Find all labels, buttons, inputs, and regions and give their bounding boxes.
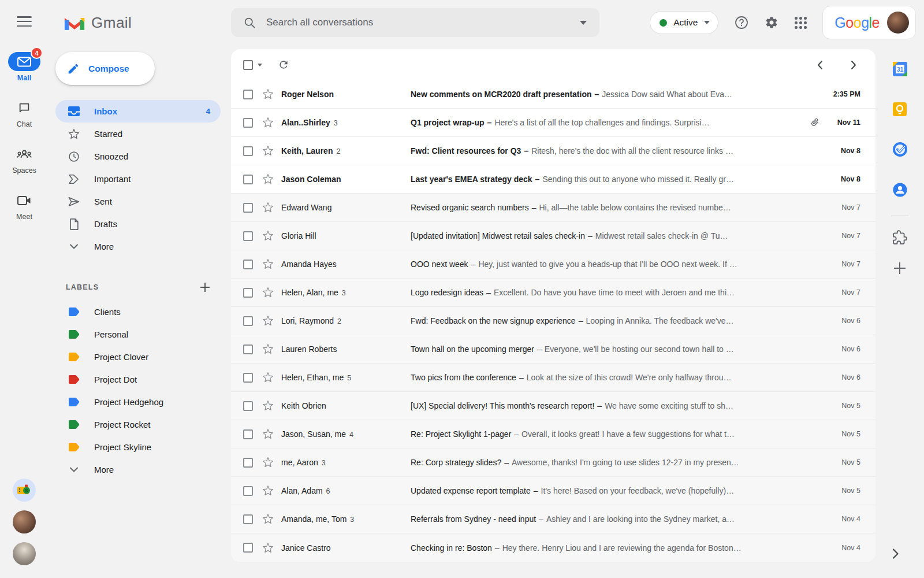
select-options-chevron-icon[interactable] (258, 64, 262, 66)
row-checkbox[interactable] (243, 514, 253, 524)
mail-row[interactable]: Amanda, me, Tom3 Referrals from Sydney -… (231, 505, 875, 533)
row-star-icon[interactable] (262, 173, 274, 185)
contact-avatar-man[interactable] (13, 542, 36, 565)
mail-row[interactable]: Keith Obrien [UX] Special delivery! This… (231, 392, 875, 420)
sidebar-item-important[interactable]: Important (55, 168, 221, 190)
mail-row[interactable]: Gloria Hill [Updated invitation] Midwest… (231, 222, 875, 250)
rail-item-mail[interactable]: 4 Mail (8, 52, 40, 82)
row-checkbox[interactable] (243, 288, 253, 298)
add-side-app-plus-icon[interactable] (893, 261, 907, 275)
row-star-icon[interactable] (262, 542, 274, 554)
newer-page-chevron-icon[interactable] (815, 60, 825, 70)
row-checkbox[interactable] (243, 373, 253, 383)
sidebar-item-inbox[interactable]: Inbox 4 (55, 100, 221, 123)
row-checkbox[interactable] (243, 175, 253, 184)
row-checkbox[interactable] (243, 118, 253, 128)
google-account-widget[interactable]: Google (822, 6, 916, 39)
mail-row[interactable]: Lori, Raymond2 Fwd: Feedback on the new … (231, 307, 875, 335)
main-menu-icon[interactable] (17, 16, 32, 27)
row-checkbox[interactable] (243, 458, 253, 468)
search-options-chevron-icon[interactable] (580, 21, 587, 25)
mail-row[interactable]: Jason, Susan, me4 Re: Project Skylight 1… (231, 420, 875, 449)
row-checkbox[interactable] (243, 429, 253, 439)
contact-avatar-woman[interactable] (13, 510, 36, 533)
row-star-icon[interactable] (262, 372, 274, 383)
sidebar-label-item[interactable]: Project Dot (55, 368, 221, 391)
sidebar-label-item[interactable]: Project Skyline (55, 436, 221, 458)
show-side-panel-chevron-icon[interactable] (889, 548, 901, 560)
row-checkbox[interactable] (243, 260, 253, 269)
search-input[interactable] (266, 17, 569, 28)
mail-row[interactable]: Jason Coleman Last year's EMEA strategy … (231, 165, 875, 194)
sidebar-item-snoozed[interactable]: Snoozed (55, 145, 221, 168)
row-star-icon[interactable] (262, 315, 274, 327)
row-star-icon[interactable] (262, 117, 274, 128)
row-star-icon[interactable] (262, 457, 274, 468)
sidebar-item-drafts[interactable]: Drafts (55, 213, 221, 235)
user-avatar[interactable] (887, 12, 909, 34)
sidebar-item-more[interactable]: More (55, 235, 221, 258)
tasks-icon[interactable] (892, 142, 908, 157)
mail-row[interactable]: Janice Castro Checking in re: Boston–Hey… (231, 533, 875, 562)
mail-row[interactable]: Helen, Ethan, me5 Two pics from the conf… (231, 364, 875, 392)
mail-row[interactable]: Alan, Adam6 Updated expense report templ… (231, 477, 875, 505)
sidebar-label-item[interactable]: Project Rocket (55, 413, 221, 436)
addons-puzzle-icon[interactable] (892, 230, 907, 245)
mail-row[interactable]: Lauren Roberts Town hall on the upcoming… (231, 335, 875, 364)
sidebar-label-item[interactable]: Project Hedgehog (55, 391, 221, 413)
row-star-icon[interactable] (262, 485, 274, 497)
row-checkbox[interactable] (243, 231, 253, 241)
mail-row[interactable]: Amanda Hayes OOO next week–Hey, just wan… (231, 250, 875, 279)
row-checkbox[interactable] (243, 344, 253, 354)
search-icon[interactable] (244, 17, 256, 29)
sidebar-label-item[interactable]: Clients (55, 301, 221, 323)
status-selector[interactable]: Active (650, 11, 718, 34)
row-checkbox[interactable] (243, 486, 253, 496)
rail-item-meet[interactable]: Meet (8, 191, 40, 221)
row-star-icon[interactable] (262, 258, 274, 270)
row-checkbox[interactable] (243, 203, 253, 213)
contacts-icon[interactable] (892, 182, 908, 198)
row-checkbox[interactable] (243, 90, 253, 99)
row-date: Nov 5 (822, 487, 860, 495)
label-tag-icon (68, 420, 80, 429)
settings-gear-icon[interactable] (765, 16, 778, 29)
labels-more[interactable]: More (55, 458, 221, 481)
sidebar-label-item[interactable]: Personal (55, 323, 221, 346)
mail-row[interactable]: Roger Nelson New comments on MCR2020 dra… (231, 80, 875, 109)
row-checkbox[interactable] (243, 543, 253, 553)
row-star-icon[interactable] (262, 145, 274, 157)
mail-row[interactable]: Helen, Alan, me3 Logo redesign ideas–Exc… (231, 279, 875, 307)
sidebar-item-starred[interactable]: Starred (55, 123, 221, 145)
google-apps-icon[interactable] (795, 17, 806, 28)
help-icon[interactable] (735, 16, 748, 29)
search-bar[interactable] (231, 8, 599, 37)
row-star-icon[interactable] (262, 513, 274, 525)
row-star-icon[interactable] (262, 88, 274, 100)
refresh-icon[interactable] (278, 59, 289, 71)
keep-icon[interactable] (892, 102, 907, 117)
mail-row[interactable]: me, Aaron3 Re: Corp strategy slides?–Awe… (231, 449, 875, 477)
sidebar-label-item[interactable]: Project Clover (55, 346, 221, 368)
row-star-icon[interactable] (262, 400, 274, 412)
compose-button[interactable]: Compose (55, 52, 155, 85)
row-star-icon[interactable] (262, 428, 274, 440)
rail-item-spaces[interactable]: Spaces (8, 144, 40, 175)
mail-row[interactable]: Keith, Lauren2 Fwd: Client resources for… (231, 137, 875, 165)
row-checkbox[interactable] (243, 146, 253, 156)
calendar-icon[interactable]: 31 (892, 61, 908, 77)
older-page-chevron-icon[interactable] (848, 60, 858, 70)
mail-row[interactable]: Alan..Shirley3 Q1 project wrap-up–Here's… (231, 109, 875, 137)
contact-avatar-camera[interactable] (13, 479, 36, 502)
row-star-icon[interactable] (262, 230, 274, 242)
row-checkbox[interactable] (243, 401, 253, 411)
row-star-icon[interactable] (262, 202, 274, 213)
row-checkbox[interactable] (243, 316, 253, 326)
sidebar-item-sent[interactable]: Sent (55, 190, 221, 213)
row-star-icon[interactable] (262, 287, 274, 298)
mail-row[interactable]: Edward Wang Revised organic search numbe… (231, 194, 875, 222)
create-label-plus-icon[interactable] (200, 282, 210, 292)
row-star-icon[interactable] (262, 343, 274, 355)
select-all-checkbox[interactable] (243, 60, 253, 70)
rail-item-chat[interactable]: Chat (8, 98, 40, 128)
